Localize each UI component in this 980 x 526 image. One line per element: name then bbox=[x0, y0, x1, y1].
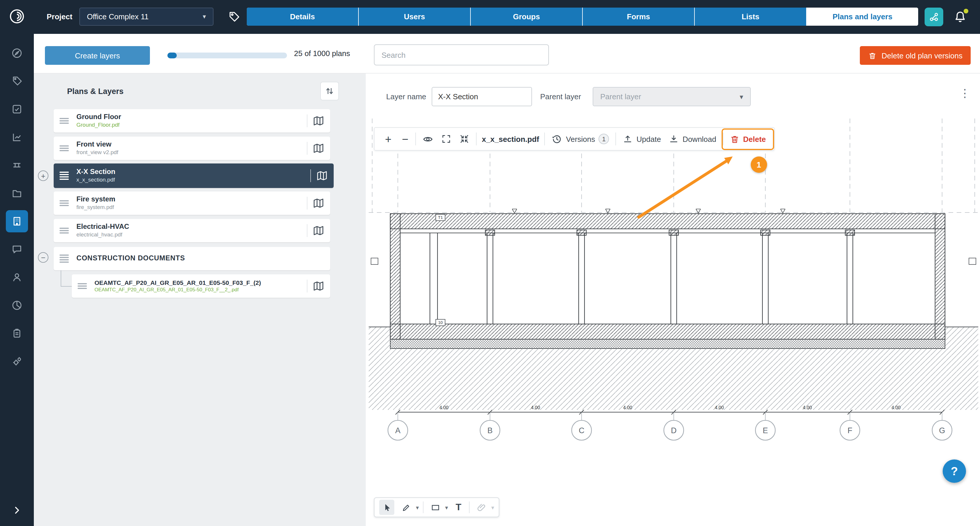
attachment-tool-caret-icon[interactable]: ▾ bbox=[491, 504, 494, 510]
rail-item-templates[interactable] bbox=[0, 319, 34, 347]
open-plan-map-button[interactable] bbox=[316, 171, 334, 181]
layer-name-label: Layer name bbox=[386, 92, 426, 101]
plan-connect-icon[interactable] bbox=[924, 8, 943, 26]
folder-icon bbox=[6, 182, 28, 204]
map-icon bbox=[313, 281, 325, 291]
svg-text:4.00: 4.00 bbox=[714, 405, 724, 410]
create-layers-button[interactable]: Create layers bbox=[45, 46, 150, 65]
parent-layer-select[interactable]: Parent layer ▾ bbox=[593, 87, 751, 106]
notifications-bell-icon[interactable] bbox=[953, 10, 968, 25]
layer-name-input[interactable] bbox=[432, 87, 532, 106]
help-button[interactable]: ? bbox=[943, 459, 966, 483]
trash-icon bbox=[730, 134, 740, 144]
versions-count-badge: 1 bbox=[598, 134, 609, 144]
plan-list-item-ground-floor[interactable]: Ground Floor Ground_Floor.pdf bbox=[54, 109, 330, 132]
download-plan-button[interactable]: Download bbox=[667, 134, 718, 144]
drag-handle-icon[interactable] bbox=[59, 255, 69, 263]
tag-icon[interactable] bbox=[228, 11, 240, 23]
plan-list-item-fire-system[interactable]: Fire system fire_system.pdf bbox=[54, 191, 330, 215]
annotation-tools-toolbar: ▾ ▾ T ▾ bbox=[374, 497, 500, 517]
shape-tool-caret-icon[interactable]: ▾ bbox=[445, 504, 448, 510]
drag-handle-icon[interactable] bbox=[59, 200, 69, 206]
sort-icon bbox=[325, 86, 335, 96]
rail-item-plans[interactable] bbox=[0, 207, 34, 235]
open-plan-map-button[interactable] bbox=[313, 143, 330, 153]
panel-title: Plans & Layers bbox=[67, 87, 124, 96]
sort-plans-button[interactable] bbox=[320, 82, 339, 100]
zoom-out-button[interactable]: − bbox=[398, 133, 410, 145]
open-plan-map-button[interactable] bbox=[313, 281, 330, 291]
svg-text:E: E bbox=[763, 426, 768, 435]
pen-tool[interactable] bbox=[398, 500, 414, 515]
plan-list-item-front-view[interactable]: Front view front_view v2.pdf bbox=[54, 137, 330, 160]
tab-users[interactable]: Users bbox=[359, 8, 470, 26]
delete-plan-button[interactable]: Delete 1 bbox=[729, 134, 767, 144]
svg-text:G: G bbox=[939, 426, 945, 435]
rail-item-pipeline[interactable] bbox=[0, 151, 34, 179]
history-icon bbox=[552, 133, 563, 145]
actions-bar: Create layers 25 of 1000 plans Delete ol… bbox=[34, 34, 980, 73]
rail-item-users[interactable] bbox=[0, 263, 34, 291]
plan-list-item-electrical-hvac[interactable]: Electrical-HVAC electrical_hvac.pdf bbox=[54, 219, 330, 242]
fullscreen-button[interactable] bbox=[440, 134, 453, 144]
text-tool[interactable]: T bbox=[452, 502, 465, 513]
svg-text:4.00: 4.00 bbox=[531, 405, 540, 410]
svg-text:C: C bbox=[579, 426, 584, 435]
rail-item-statistics[interactable] bbox=[0, 291, 34, 319]
select-cursor-tool[interactable] bbox=[379, 500, 395, 515]
attachment-tool[interactable] bbox=[474, 500, 489, 515]
toggle-visibility-button[interactable] bbox=[421, 133, 434, 145]
drag-handle-icon[interactable] bbox=[59, 145, 69, 151]
tab-details[interactable]: Details bbox=[247, 8, 358, 26]
update-plan-button[interactable]: Update bbox=[621, 134, 662, 144]
project-selector-dropdown[interactable]: Office Complex 11 ▾ bbox=[80, 8, 213, 26]
rail-item-settings[interactable] bbox=[0, 347, 34, 375]
current-file-name: x_x_section.pdf bbox=[482, 135, 539, 143]
svg-text:A: A bbox=[395, 426, 401, 435]
parent-layer-label: Parent layer bbox=[540, 92, 581, 101]
pen-tool-caret-icon[interactable]: ▾ bbox=[416, 504, 419, 510]
zoom-in-button[interactable]: + bbox=[382, 133, 393, 145]
delete-old-plan-versions-button[interactable]: Delete old plan versions bbox=[860, 46, 971, 65]
rail-item-documents[interactable] bbox=[0, 179, 34, 207]
expand-node-plus-icon[interactable]: + bbox=[38, 171, 48, 181]
plans-count-text: 25 of 1000 plans bbox=[294, 49, 350, 58]
shape-tool[interactable] bbox=[428, 500, 443, 515]
rail-item-tags[interactable] bbox=[0, 67, 34, 95]
drag-handle-icon[interactable] bbox=[59, 172, 69, 180]
plan-list-item-oeamtc[interactable]: OEAMTC_AF_P20_AI_GR_E05_AR_01_E05-50_F03… bbox=[72, 274, 330, 298]
versions-button[interactable]: Versions 1 bbox=[550, 133, 611, 145]
plans-usage-progressbar bbox=[167, 53, 287, 58]
drag-handle-icon[interactable] bbox=[78, 283, 87, 289]
tasks-icon bbox=[6, 98, 28, 120]
rail-item-tasks[interactable] bbox=[0, 95, 34, 123]
open-plan-map-button[interactable] bbox=[313, 198, 330, 209]
drag-handle-icon[interactable] bbox=[59, 118, 69, 124]
expand-sidebar-chevron-icon[interactable] bbox=[6, 499, 28, 521]
tab-lists[interactable]: Lists bbox=[695, 8, 806, 26]
open-plan-map-button[interactable] bbox=[313, 225, 330, 236]
fit-to-screen-button[interactable] bbox=[458, 134, 471, 144]
progressbar-fill bbox=[167, 53, 177, 58]
layer-options-kebab-icon[interactable]: ⋮ bbox=[959, 86, 970, 100]
tab-forms[interactable]: Forms bbox=[583, 8, 694, 26]
tab-plans-and-layers[interactable]: Plans and layers bbox=[807, 8, 918, 26]
drag-handle-icon[interactable] bbox=[59, 228, 69, 234]
collapse-node-minus-icon[interactable]: − bbox=[38, 252, 48, 263]
app-logo-icon[interactable] bbox=[8, 8, 25, 25]
plans-layers-panel: Plans & Layers Ground Floor Ground_Floor… bbox=[34, 73, 366, 526]
chat-icon bbox=[6, 238, 28, 260]
chevron-down-icon: ▾ bbox=[203, 13, 206, 21]
rail-item-reports[interactable] bbox=[0, 123, 34, 151]
plan-list-item-xx-section-selected[interactable]: X-X Section x_x_section.pdf bbox=[54, 163, 334, 188]
plan-group-construction-documents[interactable]: CONSTRUCTION DOCUMENTS bbox=[54, 247, 330, 270]
open-plan-map-button[interactable] bbox=[313, 116, 330, 126]
chevron-down-icon: ▾ bbox=[740, 92, 743, 101]
rail-item-chats[interactable] bbox=[0, 235, 34, 263]
rail-item-dashboard[interactable] bbox=[0, 39, 34, 67]
building-icon bbox=[6, 210, 28, 232]
search-input[interactable] bbox=[374, 45, 549, 65]
svg-text:T1: T1 bbox=[438, 215, 443, 220]
plan-drawing-canvas[interactable]: 4.004.00 4.004.00 4.004.00 A B C D E F G bbox=[369, 114, 978, 444]
tab-groups[interactable]: Groups bbox=[471, 8, 582, 26]
